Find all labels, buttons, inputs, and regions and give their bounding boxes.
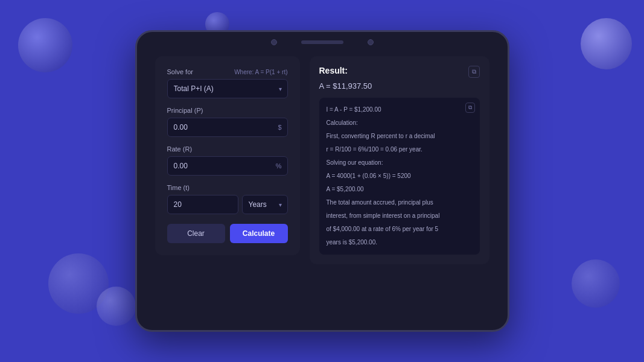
principal-input-wrapper: $ — [167, 118, 288, 137]
button-row: Clear Calculate — [167, 224, 288, 243]
detail-line-2: Calculation: — [327, 118, 473, 128]
solve-for-group: Solve for Where: A = P(1 + rt) Total P+I… — [167, 68, 288, 98]
clear-button[interactable]: Clear — [167, 224, 225, 243]
tablet-content: Solve for Where: A = P(1 + rt) Total P+I… — [137, 51, 508, 330]
solve-for-select[interactable]: Total P+I (A) Principal (P) Rate (R) Tim… — [167, 79, 288, 98]
decorative-sphere-6 — [572, 259, 620, 308]
tablet-mic — [368, 39, 374, 45]
result-panel: Result: ⧉ A = $11,937.50 ⧉ I = A - P = $… — [310, 56, 489, 264]
result-detail-text: I = A - P = $1,200.00 Calculation: First… — [327, 105, 473, 247]
result-copy-button[interactable]: ⧉ — [468, 66, 480, 78]
tablet-camera — [271, 39, 277, 45]
result-title: Result: — [319, 66, 348, 75]
time-input-row: Years Months ▾ — [167, 195, 288, 214]
time-label: Time (t) — [167, 184, 288, 191]
rate-label: Rate (R) — [167, 145, 288, 153]
rate-group: Rate (R) % — [167, 145, 288, 176]
result-main-value: A = $11,937.50 — [319, 81, 480, 91]
decorative-sphere-3 — [581, 18, 632, 69]
copy-icon: ⧉ — [472, 68, 476, 75]
tablet-device: Solve for Where: A = P(1 + rt) Total P+I… — [135, 30, 509, 332]
tablet-top-bar — [137, 39, 508, 45]
detail-line-6: A = 4000(1 + (0.06 × 5)) = 5200 — [327, 171, 473, 181]
calculator-panel: Solve for Where: A = P(1 + rt) Total P+I… — [155, 56, 300, 255]
detail-line-5: Solving our equation: — [327, 158, 473, 168]
result-header: Result: ⧉ — [319, 66, 480, 78]
solve-for-formula: Where: A = P(1 + rt) — [234, 69, 287, 75]
detail-line-3: First, converting R percent to r a decim… — [327, 132, 473, 141]
detail-line-1: I = A - P = $1,200.00 — [327, 105, 473, 115]
time-input[interactable] — [167, 195, 238, 214]
decorative-sphere-1 — [18, 18, 72, 72]
time-unit-select-wrapper: Years Months ▾ — [242, 195, 288, 214]
decorative-sphere-5 — [97, 287, 136, 326]
detail-line-9: interest, from simple interest on a prin… — [327, 211, 473, 221]
result-detail-box: ⧉ I = A - P = $1,200.00 Calculation: Fir… — [319, 98, 480, 255]
principal-group: Principal (P) $ — [167, 107, 288, 137]
principal-label: Principal (P) — [167, 107, 288, 114]
solve-for-select-wrapper: Total P+I (A) Principal (P) Rate (R) Tim… — [167, 79, 288, 98]
detail-line-8: The total amount accrued, principal plus — [327, 198, 473, 208]
rate-input[interactable] — [167, 156, 288, 176]
detail-line-10: of $4,000.00 at a rate of 6% per year fo… — [327, 224, 473, 234]
time-unit-select[interactable]: Years Months — [242, 195, 288, 214]
solve-for-label: Solve for — [167, 68, 193, 75]
tablet-speaker — [301, 40, 343, 44]
time-group: Time (t) Years Months ▾ — [167, 184, 288, 214]
detail-line-7: A = $5,200.00 — [327, 185, 473, 194]
detail-line-11: years is $5,200.00. — [327, 238, 473, 247]
copy-detail-icon: ⧉ — [468, 104, 472, 110]
principal-input[interactable] — [167, 118, 288, 137]
detail-line-4: r = R/100 = 6%/100 = 0.06 per year. — [327, 145, 473, 154]
calculate-button[interactable]: Calculate — [230, 224, 288, 243]
rate-input-wrapper: % — [167, 156, 288, 176]
result-detail-copy-button[interactable]: ⧉ — [465, 103, 475, 113]
solve-for-header: Solve for Where: A = P(1 + rt) — [167, 68, 288, 75]
